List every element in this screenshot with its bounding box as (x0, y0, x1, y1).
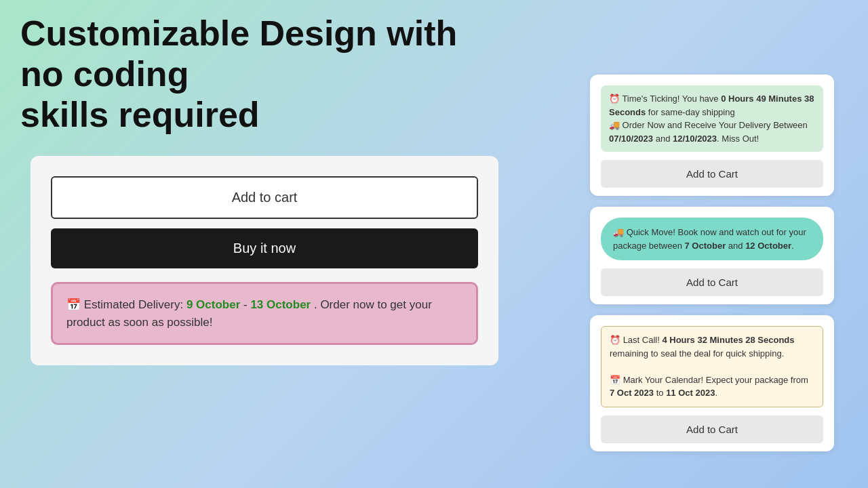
widget2-bold1: 7 October (685, 241, 726, 251)
widget2-message: 🚚 Quick Move! Book now and watch out for… (601, 218, 823, 260)
widget1-message: ⏰ Time's Ticking! You have 0 Hours 49 Mi… (601, 85, 823, 152)
widget1-post: . Miss Out! (717, 134, 759, 144)
widget3-m1-bold: 4 Hours 32 Minutes 28 Seconds (662, 335, 794, 345)
delivery-end-date: 13 October (250, 298, 311, 311)
widget3-m2-mid: to (654, 388, 666, 398)
widget3-m2-bold1: 7 Oct 2023 (610, 388, 654, 398)
widget2-add-to-cart-button[interactable]: Add to Cart (601, 268, 823, 296)
title-line2: skills required (20, 95, 260, 134)
widget3-m2-post: . (715, 388, 717, 398)
delivery-prefix: Estimated Delivery: (84, 298, 183, 311)
widget3-message1: ⏰ Last Call! 4 Hours 32 Minutes 28 Secon… (610, 333, 814, 360)
widget-card-3: ⏰ Last Call! 4 Hours 32 Minutes 28 Secon… (590, 315, 834, 451)
widget1-line1-post: for same-day shipping (646, 107, 735, 117)
widget1-date2: 12/10/2023 (673, 134, 717, 144)
widget2-bold2: 12 October (745, 241, 791, 251)
widget3-m2-pre: Mark Your Calendar! Expect your package … (623, 375, 808, 385)
widget1-add-to-cart-button[interactable]: Add to Cart (601, 160, 823, 188)
widget1-date1: 07/10/2023 (609, 134, 653, 144)
widget1-mid: and (653, 134, 673, 144)
widget2-icon: 🚚 (613, 227, 624, 237)
widget2-mid: and (726, 241, 745, 251)
widget3-icon2: 📅 (610, 375, 620, 385)
widget1-line1-pre: Time's Ticking! You have (622, 94, 721, 104)
widget3-icon1: ⏰ (610, 335, 620, 345)
calendar-icon: 📅 (66, 298, 81, 311)
widget3-m1-pre: Last Call! (623, 335, 663, 345)
left-panel: Add to cart Buy it now 📅 Estimated Deliv… (31, 156, 498, 365)
buy-it-now-button[interactable]: Buy it now (51, 228, 478, 268)
title-line1: Customizable Design with no coding (20, 14, 457, 94)
widget3-m2-bold2: 11 Oct 2023 (666, 388, 715, 398)
widget-card-1: ⏰ Time's Ticking! You have 0 Hours 49 Mi… (590, 75, 834, 196)
widget3-message2: 📅 Mark Your Calendar! Expect your packag… (610, 373, 814, 400)
widget3-m1-post: remaining to seal the deal for quick shi… (610, 348, 784, 359)
page-title: Customizable Design with no coding skill… (20, 14, 495, 135)
widget1-line2-pre: 🚚 Order Now and Receive Your Delivery Be… (609, 120, 808, 130)
widget2-post: . (791, 241, 794, 251)
right-column: ⏰ Time's Ticking! You have 0 Hours 49 Mi… (590, 75, 834, 451)
delivery-start-date: 9 October (186, 298, 240, 311)
delivery-info-box: 📅 Estimated Delivery: 9 October - 13 Oct… (51, 282, 478, 345)
add-to-cart-button[interactable]: Add to cart (51, 176, 478, 219)
widget-card-2: 🚚 Quick Move! Book now and watch out for… (590, 207, 834, 304)
delivery-dash: - (243, 298, 250, 311)
widget3-add-to-cart-button[interactable]: Add to Cart (601, 415, 823, 443)
widget1-icon: ⏰ (609, 94, 620, 104)
widget3-message: ⏰ Last Call! 4 Hours 32 Minutes 28 Secon… (601, 326, 823, 407)
